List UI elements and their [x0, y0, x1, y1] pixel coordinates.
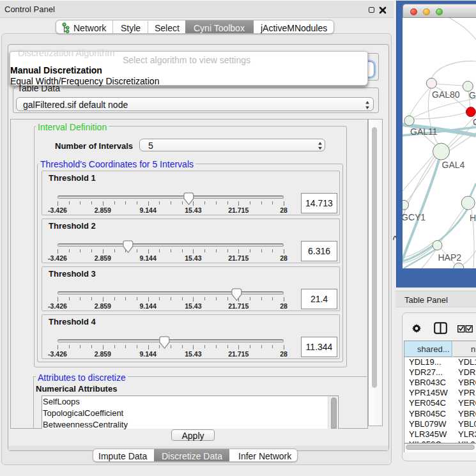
- svg-text:H: H: [470, 213, 476, 223]
- svg-text:GAL80: GAL80: [432, 89, 460, 100]
- svg-text:GAL11: GAL11: [410, 127, 438, 137]
- svg-text:GAL4: GAL4: [442, 160, 465, 170]
- svg-text:C: C: [473, 117, 476, 127]
- svg-text:GA: GA: [469, 90, 476, 100]
- svg-text:GCY1: GCY1: [403, 212, 426, 222]
- svg-text:HAP2: HAP2: [438, 252, 462, 263]
